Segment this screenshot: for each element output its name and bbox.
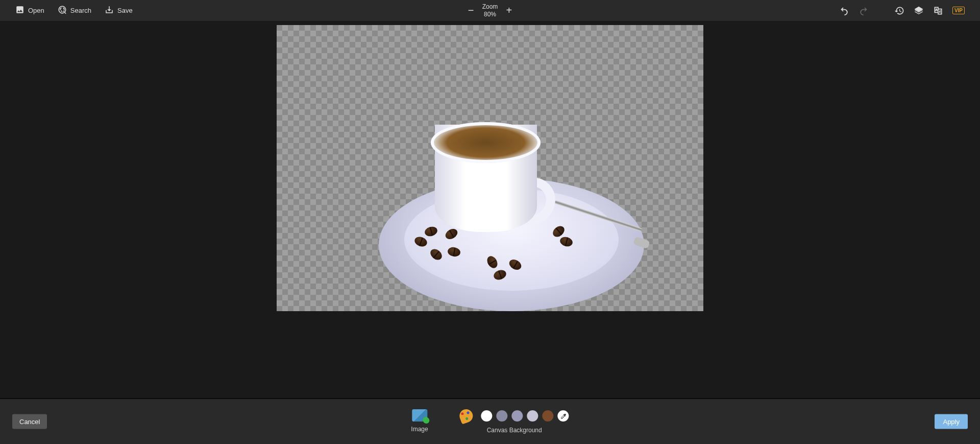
- image-bg-group: + Image: [411, 409, 428, 433]
- toolbar-left: Open Search Save: [15, 5, 133, 16]
- swatch-3[interactable]: [527, 410, 538, 422]
- translate-button[interactable]: [933, 6, 943, 16]
- eyedropper-icon: [560, 413, 567, 419]
- save-label: Save: [117, 7, 133, 14]
- apply-button[interactable]: Apply: [935, 414, 968, 429]
- image-label: Image: [411, 426, 428, 433]
- add-image-button[interactable]: +: [412, 409, 427, 422]
- redo-button[interactable]: [859, 6, 869, 16]
- bg-label: Canvas Background: [487, 427, 542, 434]
- globe-search-icon: [58, 5, 67, 16]
- zoom-title: Zoom: [482, 3, 498, 10]
- swatch-0[interactable]: [481, 410, 493, 422]
- vip-badge[interactable]: VIP: [952, 7, 965, 14]
- history-button[interactable]: [894, 6, 904, 16]
- swatch-4[interactable]: [543, 410, 554, 422]
- search-button[interactable]: Search: [58, 5, 91, 16]
- swatch-row: [460, 409, 569, 423]
- swatch-2[interactable]: [512, 410, 523, 422]
- canvas-area: [0, 21, 980, 398]
- save-button[interactable]: Save: [105, 5, 133, 16]
- zoom-in-button[interactable]: +: [505, 5, 513, 16]
- top-toolbar: Open Search Save − Zoom 80% +: [0, 0, 980, 21]
- canvas[interactable]: [277, 25, 703, 311]
- cancel-button[interactable]: Cancel: [12, 414, 47, 429]
- bottom-panel: Cancel Apply + Image Canvas Background: [0, 398, 980, 444]
- layers-button[interactable]: [914, 6, 924, 16]
- palette-icon[interactable]: [458, 407, 475, 424]
- open-button[interactable]: Open: [15, 5, 44, 16]
- swatches: [481, 410, 554, 422]
- toolbar-right: VIP: [839, 6, 965, 16]
- open-label: Open: [28, 7, 44, 14]
- swatch-1[interactable]: [497, 410, 508, 422]
- search-label: Search: [70, 7, 91, 14]
- center-controls: + Image Canvas Background: [411, 409, 569, 434]
- canvas-subject: [277, 25, 703, 311]
- canvas-bg-group: Canvas Background: [460, 409, 569, 434]
- download-icon: [105, 5, 114, 16]
- zoom-label: Zoom 80%: [482, 3, 498, 18]
- color-picker-button[interactable]: [558, 410, 569, 422]
- plus-icon: +: [423, 417, 429, 423]
- undo-button[interactable]: [839, 6, 849, 16]
- zoom-out-button[interactable]: −: [467, 5, 475, 16]
- image-icon: [15, 5, 24, 16]
- zoom-control: − Zoom 80% +: [467, 3, 513, 18]
- cup-rim: [431, 122, 541, 163]
- zoom-value: 80%: [482, 11, 498, 18]
